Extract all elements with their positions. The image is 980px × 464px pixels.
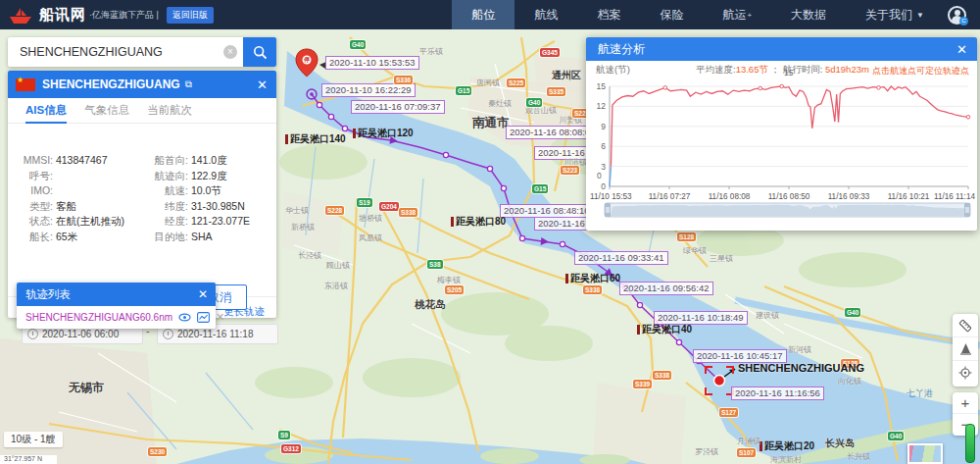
slider-handle[interactable] <box>964 203 970 217</box>
nav-item-档案[interactable]: 档案 <box>577 0 640 29</box>
shipxy-app: 停 2020-11-10 15:53:532020-11-10 16:22:29… <box>0 0 980 464</box>
track-row-name[interactable]: SHENCHENGZHIGUANG <box>25 312 140 323</box>
zoom-level-badge: 10级 - 1艘 <box>4 432 63 447</box>
ship-field: 航速: 10.0节 <box>145 183 250 199</box>
cursor-coordinates: 31°27.957 N <box>0 455 57 464</box>
svg-text:3: 3 <box>601 162 606 172</box>
old-version-button[interactable]: 返回旧版 <box>167 7 214 24</box>
svg-text:11/16 10:21: 11/16 10:21 <box>888 192 930 201</box>
ship-field: IMO: <box>18 183 124 199</box>
locate-target-icon[interactable] <box>953 361 978 385</box>
svg-text:0: 0 <box>601 181 606 191</box>
navbar: 船讯网 ·亿海蓝旗下产品 | 返回旧版 船位航线档案保险航运+大数据关于我们▼ … <box>0 0 980 29</box>
track-list-panel: 轨迹列表 ✕ SHENCHENGZHIGUANG 60.6nm ✕ <box>17 283 216 329</box>
svg-text:11/16 11:14: 11/16 11:14 <box>934 192 975 201</box>
chart-stray-value: 15 <box>784 68 793 77</box>
ship-fields-right: 船首向: 141.0度航迹向: 122.9度航速: 10.0节纬度: 31-30… <box>145 153 250 245</box>
tab-当前航次[interactable]: 当前航次 <box>147 98 192 124</box>
ship-field: 经度: 121-23.077E <box>145 214 250 230</box>
map-toolbar <box>953 314 978 387</box>
svg-text:停: 停 <box>303 56 310 64</box>
nav-item-关于我们[interactable]: 关于我们▼ <box>846 0 944 29</box>
avatar-badge: C <box>959 17 968 26</box>
ship-field: 航迹向: 122.9度 <box>145 169 250 184</box>
ship-tabs: AIS信息气象信息当前航次 <box>8 98 276 124</box>
track-list-header: 轨迹列表 ✕ <box>17 283 216 306</box>
ship-field: 目的地: SHA <box>145 230 250 245</box>
ship-panel-header: ★ SHENCHENGZHIGUANG ⧉ ✕ <box>8 71 276 98</box>
brand-suffix: ·亿海蓝旗下产品 | <box>89 9 159 22</box>
nav-item-大数据[interactable]: 大数据 <box>771 0 846 29</box>
close-icon[interactable]: ✕ <box>257 77 268 92</box>
close-icon[interactable]: ✕ <box>198 287 208 301</box>
ship-fields-left: MMSI: 413847467呼号: IMO: 类型: 客船状态: 在航(主机推… <box>18 153 124 245</box>
speed-chart[interactable]: 0369121511/10 15:5311/16 07:2711/16 08:0… <box>586 37 977 231</box>
ship-cone-icon[interactable] <box>953 337 978 361</box>
search-icon <box>253 45 268 60</box>
nav-item-船位[interactable]: 船位 <box>452 0 514 29</box>
tab-AIS信息[interactable]: AIS信息 <box>25 98 67 124</box>
zoom-in-button[interactable]: + <box>953 392 978 414</box>
clock-icon <box>27 329 38 339</box>
svg-text:11/10 15:53: 11/10 15:53 <box>590 192 632 201</box>
svg-text:9: 9 <box>601 122 606 131</box>
user-avatar-icon[interactable]: C <box>948 6 966 25</box>
external-link-icon[interactable]: ⧉ <box>185 78 192 90</box>
track-list-title: 轨迹列表 <box>25 287 71 302</box>
nav-item-航运[interactable]: 航运+ <box>703 0 771 29</box>
nav-item-航线[interactable]: 航线 <box>514 0 577 29</box>
clear-search-icon[interactable]: × <box>223 45 237 59</box>
search-button[interactable] <box>243 37 276 67</box>
svg-text:11/16 07:27: 11/16 07:27 <box>649 192 691 201</box>
brand[interactable]: 船讯网 ·亿海蓝旗下产品 | 返回旧版 <box>8 5 214 25</box>
tab-气象信息[interactable]: 气象信息 <box>84 98 129 124</box>
svg-text:12: 12 <box>597 101 607 111</box>
china-flag-icon: ★ <box>16 78 35 91</box>
svg-text:11/16 08:08: 11/16 08:08 <box>709 192 751 201</box>
chart-stray-value: 0 <box>597 171 602 180</box>
track-row-distance: 60.6nm <box>140 312 172 323</box>
ship-field: MMSI: 413847467 <box>18 153 124 169</box>
slider-handle[interactable] <box>605 203 611 217</box>
ship-field: 类型: 客船 <box>18 199 124 215</box>
remove-track-icon[interactable]: ✕ <box>216 311 224 324</box>
ship-field: 呼号: <box>18 169 124 184</box>
svg-text:15: 15 <box>597 81 607 91</box>
search-bar: × <box>8 37 276 67</box>
speed-analysis-panel: 航速分析 ✕ 航速(节) 平均速度:13.65节 ； 航行时间: 5d19h23… <box>586 37 977 231</box>
ship-field: 纬度: 31-30.985N <box>145 199 250 215</box>
ship-info-panel: ★ SHENCHENGZHIGUANG ⧉ ✕ AIS信息气象信息当前航次 MM… <box>8 71 276 318</box>
slider-silhouette <box>610 205 964 216</box>
ship-title: SHENCHENGZHIGUANG <box>42 77 180 91</box>
search-input[interactable] <box>8 37 243 67</box>
brand-name: 船讯网 <box>39 6 86 25</box>
overview-mini-map[interactable] <box>907 443 943 464</box>
eye-icon[interactable] <box>178 312 191 323</box>
nav-item-保险[interactable]: 保险 <box>640 0 703 29</box>
ship-field: 船首向: 141.0度 <box>145 153 250 169</box>
speed-chart-icon[interactable] <box>197 312 210 323</box>
nav-menu: 船位航线档案保险航运+大数据关于我们▼ <box>452 0 944 29</box>
current-ship-position[interactable] <box>714 376 725 387</box>
boat-logo-icon <box>8 5 33 25</box>
svg-text:11/16 08:50: 11/16 08:50 <box>768 192 810 201</box>
ship-field: 状态: 在航(主机推动) <box>18 214 124 230</box>
svg-text:6: 6 <box>601 141 606 151</box>
avatar-head <box>955 10 960 16</box>
track-list-row: SHENCHENGZHIGUANG 60.6nm ✕ <box>17 306 216 329</box>
traffic-density-bar[interactable] <box>965 424 975 463</box>
clock-icon <box>163 329 173 339</box>
measure-ruler-icon[interactable] <box>953 314 978 337</box>
chevron-down-icon: ▼ <box>916 11 924 20</box>
ship-field: 船长: 65米 <box>18 230 124 245</box>
svg-text:11/16 09:33: 11/16 09:33 <box>828 192 870 201</box>
